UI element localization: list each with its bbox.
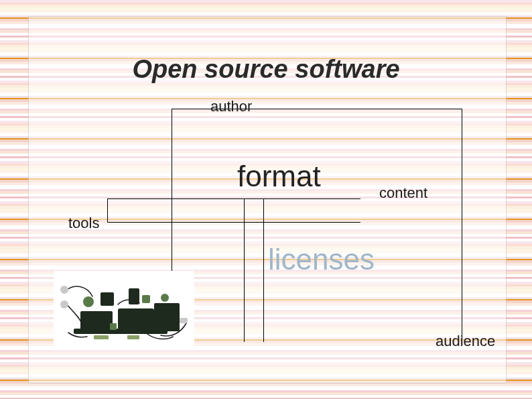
connector-format-box [244,198,264,342]
electronics-art [54,271,194,346]
label-licenses: licenses [268,243,375,276]
label-content: content [379,184,427,202]
svg-point-8 [161,294,169,302]
svg-rect-3 [154,303,180,331]
svg-rect-14 [94,335,109,339]
connector-author-box [172,109,462,339]
connector-tools-box [107,198,360,223]
svg-rect-13 [180,318,188,323]
svg-rect-4 [101,292,114,306]
label-format: format [237,160,321,193]
svg-rect-9 [142,295,150,303]
svg-rect-1 [80,311,113,331]
slide: Open source software author format conte… [0,0,532,399]
svg-point-11 [60,286,68,294]
slide-title: Open source software [0,55,532,84]
svg-point-7 [83,296,94,307]
label-tools: tools [68,215,99,232]
label-author: author [210,98,252,115]
svg-rect-15 [127,335,139,339]
label-audience: audience [436,333,495,350]
svg-point-12 [60,300,68,308]
svg-rect-10 [110,323,117,330]
svg-rect-6 [74,329,168,334]
